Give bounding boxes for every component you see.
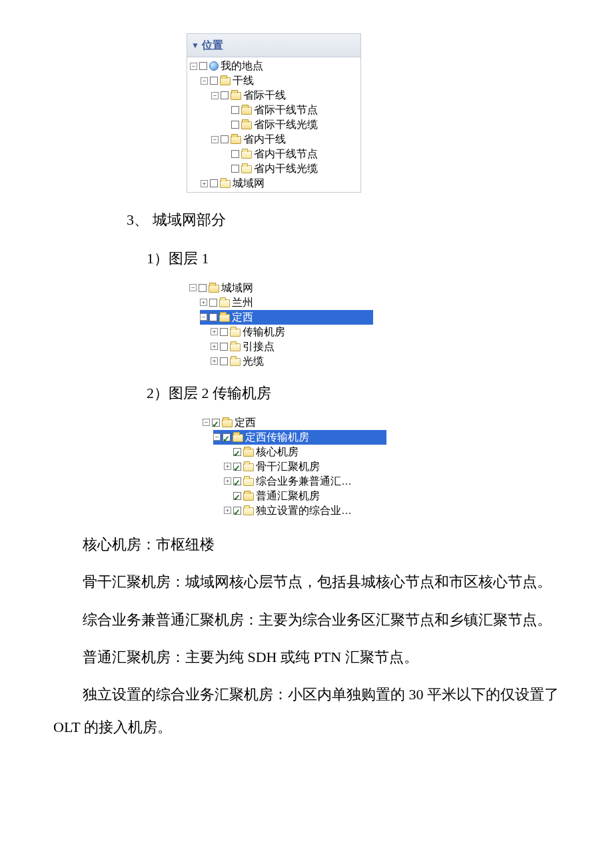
folder-open-icon xyxy=(209,285,219,293)
checkbox[interactable] xyxy=(220,343,228,351)
checkbox[interactable] xyxy=(209,313,217,321)
folder-closed-icon xyxy=(230,358,241,366)
tree-root: − 定西 − 定西传输机房 xyxy=(203,415,386,518)
triangle-down-icon: ▼ xyxy=(191,38,199,53)
node-label: 光缆 xyxy=(243,351,264,371)
tree-item-lanzhou[interactable]: + 兰州 xyxy=(200,295,373,310)
plus-icon[interactable]: + xyxy=(201,180,208,187)
node-label: 城域网 xyxy=(233,173,265,193)
plus-icon[interactable]: + xyxy=(211,343,218,350)
folder-closed-icon xyxy=(241,165,252,173)
folder-open-icon xyxy=(219,314,230,322)
plus-icon[interactable]: + xyxy=(224,507,231,514)
folder-closed-icon xyxy=(220,180,231,188)
minus-icon[interactable]: − xyxy=(213,433,221,441)
plus-icon[interactable]: + xyxy=(224,463,231,470)
folder-closed-icon xyxy=(241,151,252,159)
plus-icon[interactable]: + xyxy=(211,357,218,365)
para-core-room: 核心机房：市枢纽楼 xyxy=(53,529,560,561)
folder-open-icon xyxy=(231,92,241,100)
minus-icon[interactable]: − xyxy=(211,92,219,99)
para-common-room: 普通汇聚机房：主要为纯 SDH 或纯 PTN 汇聚节点。 xyxy=(53,641,560,673)
globe-icon xyxy=(209,61,219,71)
minus-icon[interactable]: − xyxy=(211,136,219,143)
para-backbone-room: 骨干汇聚机房：城域网核心层节点，包括县城核心节点和市区核心节点。 xyxy=(53,566,560,598)
folder-open-icon xyxy=(231,136,241,144)
checkbox[interactable] xyxy=(220,328,228,336)
checkbox-checked[interactable] xyxy=(212,419,220,427)
tree-item-man[interactable]: + 城域网 xyxy=(201,176,360,191)
folder-open-icon xyxy=(222,419,233,427)
tree-item-cable[interactable]: + 光缆 xyxy=(211,354,373,369)
layer2-tree-panel: − 定西 − 定西传输机房 xyxy=(200,414,386,519)
checkbox[interactable] xyxy=(220,357,228,365)
folder-closed-icon xyxy=(230,343,241,351)
checkbox[interactable] xyxy=(199,284,207,292)
sub-heading-layer2: 2）图层 2 传输机房 xyxy=(147,379,560,407)
node-label: 独立设置的综合业… xyxy=(256,501,352,521)
folder-open-icon xyxy=(241,107,252,115)
folder-closed-icon xyxy=(230,329,241,337)
folder-open-icon xyxy=(243,449,254,457)
tree-item-transroom[interactable]: + 传输机房 xyxy=(211,325,373,339)
tree-root: − 我的地点 − 干线 xyxy=(190,59,360,191)
tree-item-man-root[interactable]: − 城域网 xyxy=(189,281,373,295)
checkbox-checked[interactable] xyxy=(233,477,241,485)
tree-body: − 城域网 + 兰州 xyxy=(187,279,373,370)
folder-open-icon xyxy=(220,77,231,85)
para-mixed-room: 综合业务兼普通汇聚机房：主要为综合业务区汇聚节点和乡镇汇聚节点。 xyxy=(53,604,560,636)
checkbox[interactable] xyxy=(231,150,239,158)
plus-icon[interactable]: + xyxy=(211,328,218,335)
spacer xyxy=(222,165,229,173)
tree-root: − 城域网 + 兰州 xyxy=(189,281,373,369)
checkbox[interactable] xyxy=(199,62,207,70)
tree-body: − 定西 − 定西传输机房 xyxy=(200,414,386,519)
tree-item-yinjie[interactable]: + 引接点 xyxy=(211,339,373,354)
checkbox[interactable] xyxy=(231,165,239,173)
tree-item-independent-room[interactable]: + 独立设置的综合业… xyxy=(224,503,386,518)
folder-closed-icon xyxy=(243,463,254,471)
minus-icon[interactable]: − xyxy=(189,284,197,291)
checkbox-checked[interactable] xyxy=(233,507,241,515)
sub-heading-layer1: 1）图层 1 xyxy=(147,245,560,273)
checkbox-checked[interactable] xyxy=(233,492,241,500)
folder-open-icon xyxy=(241,121,252,129)
checkbox-checked[interactable] xyxy=(233,463,241,471)
tree-item-my-places[interactable]: − 我的地点 xyxy=(190,59,360,73)
checkbox[interactable] xyxy=(210,77,218,85)
spacer xyxy=(222,107,229,114)
checkbox-checked[interactable] xyxy=(223,433,231,441)
folder-open-icon xyxy=(233,434,243,442)
checkbox[interactable] xyxy=(210,179,218,187)
plus-icon[interactable]: + xyxy=(200,299,207,306)
minus-icon[interactable]: − xyxy=(190,63,197,70)
spacer xyxy=(222,151,229,158)
tree-item-dingxi[interactable]: − 定西 xyxy=(200,310,373,325)
tree-body: − 我的地点 − 干线 xyxy=(187,57,361,193)
minus-icon[interactable]: − xyxy=(200,313,207,321)
spacer xyxy=(224,448,231,455)
section-3-heading: 3、 城域网部分 xyxy=(127,206,560,234)
tree-item-dingxi-transroom[interactable]: − 定西传输机房 xyxy=(213,430,386,445)
para-independent-room: 独立设置的综合业务汇聚机房：小区内单独购置的 30 平米以下的仅设置了 OLT … xyxy=(53,679,560,743)
folder-closed-icon xyxy=(243,478,254,486)
checkbox[interactable] xyxy=(231,121,239,129)
plus-icon[interactable]: + xyxy=(224,477,231,485)
folder-closed-icon xyxy=(219,299,230,307)
tree-header-label: 位置 xyxy=(202,35,223,55)
minus-icon[interactable]: − xyxy=(203,419,210,426)
checkbox[interactable] xyxy=(221,91,229,99)
tree-header: ▼ 位置 xyxy=(187,33,361,57)
minus-icon[interactable]: − xyxy=(201,77,208,85)
folder-closed-icon xyxy=(243,507,254,515)
checkbox[interactable] xyxy=(221,135,229,143)
checkbox[interactable] xyxy=(209,299,217,307)
layer1-tree-panel: − 城域网 + 兰州 xyxy=(187,279,373,370)
checkbox[interactable] xyxy=(231,106,239,114)
checkbox-checked[interactable] xyxy=(233,448,241,456)
spacer xyxy=(224,492,231,499)
folder-open-icon xyxy=(243,493,254,501)
location-tree-panel: ▼ 位置 − 我的地点 − 干线 xyxy=(187,33,560,193)
spacer xyxy=(222,121,229,129)
